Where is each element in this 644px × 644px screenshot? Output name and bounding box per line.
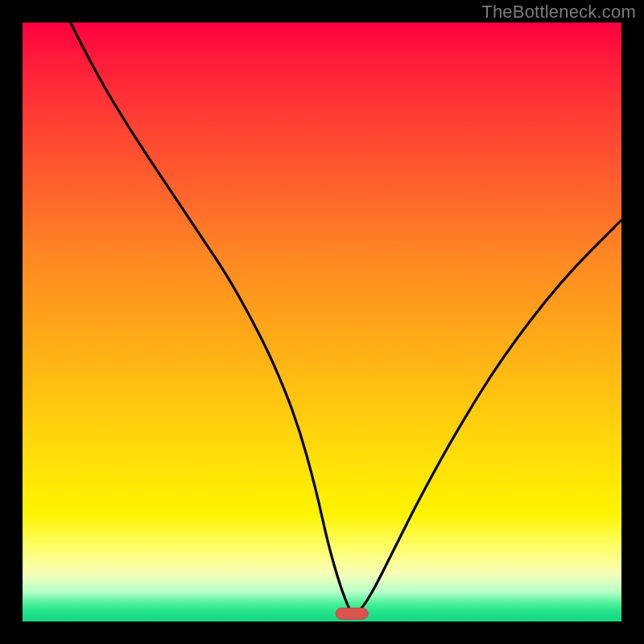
plot-area (23, 23, 621, 621)
optimum-marker (336, 608, 368, 619)
bottleneck-curve (71, 23, 622, 613)
watermark-text: TheBottleneck.com (481, 2, 636, 23)
chart-frame: TheBottleneck.com (0, 0, 644, 644)
chart-overlay (23, 23, 621, 621)
